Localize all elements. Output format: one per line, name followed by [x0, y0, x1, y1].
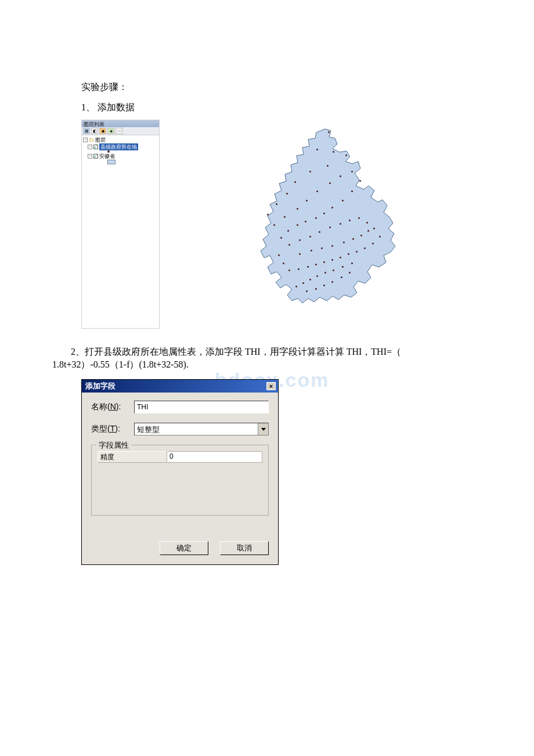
map-point-icon	[323, 285, 325, 286]
close-icon: ×	[269, 383, 273, 390]
map-point-icon	[349, 272, 351, 273]
map-point-icon	[288, 244, 290, 246]
toc-tree: − 🗀 图层 − 县级政府所在地 − 安徽省	[82, 135, 159, 165]
checkbox-layer2[interactable]	[93, 154, 98, 159]
map-point-icon	[315, 288, 317, 290]
map-point-icon	[309, 279, 311, 280]
name-label-pre: 名称(	[91, 402, 110, 411]
map-point-icon	[299, 239, 301, 241]
map-point-icon	[267, 214, 269, 215]
map-point-icon	[286, 193, 288, 195]
map-point-icon	[299, 253, 301, 255]
toc-title: 图层列表	[82, 120, 159, 127]
map-point-icon	[351, 190, 353, 192]
map-point-icon	[306, 290, 308, 292]
map-point-icon	[297, 208, 298, 210]
dialog-body: 名称(N): 类型(T): 短整型 字段属性 精度 0 确定 取	[82, 393, 278, 564]
name-input[interactable]	[134, 401, 269, 413]
map-point-icon	[341, 276, 342, 278]
map-point-icon	[305, 221, 306, 222]
tree-layer2-symbol	[83, 160, 158, 164]
map-point-icon	[331, 259, 333, 261]
map-point-icon	[315, 217, 317, 219]
type-label-post: ):	[115, 424, 120, 433]
field-properties-legend: 字段属性	[96, 440, 131, 451]
collapse-icon[interactable]: −	[88, 154, 92, 159]
chevron-down-icon	[261, 428, 266, 431]
polygon-symbol-icon	[107, 160, 116, 164]
map-point-icon	[352, 238, 354, 240]
checkbox-layer1[interactable]	[93, 145, 98, 149]
ok-button[interactable]: 确定	[160, 541, 208, 555]
map-point-icon	[351, 171, 353, 172]
type-row: 类型(T): 短整型	[91, 423, 269, 435]
map-point-icon	[316, 190, 318, 192]
map-point-icon	[333, 269, 334, 271]
type-label-pre: 类型(	[91, 424, 110, 433]
tree-layer2-row[interactable]: − 安徽省	[83, 153, 158, 160]
toc-btn-list-by-selection-icon[interactable]: ◈	[107, 128, 114, 134]
map-point-icon	[331, 281, 333, 283]
map-canvas	[229, 125, 415, 317]
map-point-icon	[342, 266, 344, 268]
type-combobox-value: 短整型	[135, 423, 258, 435]
precision-label: 精度	[98, 451, 167, 463]
map-point-icon	[329, 226, 331, 228]
name-label-mnemonic: N	[110, 402, 116, 411]
map-point-icon	[311, 250, 312, 251]
map-point-icon	[349, 219, 351, 221]
province-polygon	[261, 129, 395, 303]
tree-layer1-label: 县级政府所在地	[99, 143, 138, 150]
dialog-titlebar[interactable]: 添加字段 ×	[82, 380, 278, 393]
type-combobox[interactable]: 短整型	[134, 423, 269, 435]
step-2-line2: 1.8t+32）-0.55（1-f）(1.8t+32-58).	[52, 359, 488, 371]
field-properties-group: 字段属性 精度 0	[91, 445, 269, 516]
tree-layer2-label: 安徽省	[99, 153, 115, 160]
map-point-icon	[342, 200, 344, 201]
collapse-icon[interactable]: −	[88, 145, 92, 149]
map-point-icon	[331, 245, 333, 247]
precision-value[interactable]: 0	[167, 451, 262, 463]
folder-icon: 🗀	[89, 136, 94, 143]
map-point-icon	[340, 175, 341, 177]
map-point-icon	[288, 269, 290, 271]
type-combobox-button[interactable]	[258, 423, 268, 435]
collapse-icon[interactable]: −	[83, 138, 88, 142]
map-point-icon	[328, 131, 330, 133]
map-point-icon	[373, 228, 375, 229]
toc-btn-options-icon[interactable]: ⋯	[116, 128, 122, 134]
map-point-icon	[340, 223, 341, 225]
tree-root-row[interactable]: − 🗀 图层	[83, 136, 158, 143]
map-point-icon	[316, 149, 318, 150]
map-point-icon	[284, 216, 286, 218]
map-point-icon	[366, 222, 368, 224]
map-point-icon	[307, 266, 309, 268]
type-label-mnemonic: T	[110, 424, 116, 433]
cancel-button[interactable]: 取消	[220, 541, 269, 555]
map-point-icon	[331, 207, 333, 208]
dialog-buttons: 确定 取消	[91, 541, 269, 555]
map-point-icon	[345, 154, 347, 156]
toc-btn-list-by-visibility-icon[interactable]: ◆	[99, 128, 106, 134]
map-point-icon	[273, 224, 275, 226]
map-point-icon	[298, 268, 300, 270]
map-point-icon	[309, 236, 311, 237]
map-point-icon	[348, 253, 349, 255]
map-point-icon	[367, 230, 369, 232]
map-point-icon	[295, 286, 297, 287]
tree-layer1-row[interactable]: − 县级政府所在地	[83, 143, 158, 150]
map-point-icon	[364, 247, 366, 249]
map-point-icon	[333, 151, 334, 153]
toc-btn-list-by-drawing-icon[interactable]: ▤	[83, 128, 90, 134]
close-button[interactable]: ×	[266, 382, 276, 390]
add-field-dialog: 添加字段 × 名称(N): 类型(T): 短整型 字段属性	[81, 379, 279, 565]
map-point-icon	[280, 237, 282, 239]
map-point-icon	[343, 242, 345, 243]
map-point-icon	[319, 231, 320, 233]
map-point-icon	[316, 275, 318, 277]
map-point-icon	[294, 181, 296, 183]
name-row: 名称(N):	[91, 401, 269, 413]
toc-btn-list-by-source-icon[interactable]: ◧	[91, 128, 98, 134]
map-point-icon	[323, 261, 325, 263]
toc-panel: 图层列表 ▤ ◧ ◆ ◈ ⋯ − 🗀 图层 − 县级政府所在地 −	[81, 120, 160, 329]
